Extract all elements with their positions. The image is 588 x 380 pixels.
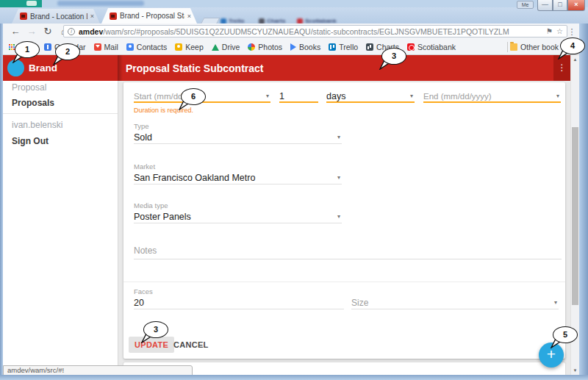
bookmark-scotiabank[interactable]: Scotiabank <box>407 43 456 51</box>
brand-favicon <box>110 12 117 20</box>
notes-field[interactable]: Notes <box>134 244 562 257</box>
mail-icon <box>94 43 101 51</box>
window-maximize-button[interactable]: □ <box>553 0 567 11</box>
duration-unit-value: days <box>326 91 345 101</box>
tab-strip: Brand - Location List - S × Brand - Prop… <box>0 7 588 24</box>
back-icon[interactable]: ← <box>9 24 22 40</box>
section-divider <box>123 282 565 282</box>
app-header: Brand Proposal Static Subcontract ⋮ <box>3 55 570 81</box>
tab-close-icon[interactable]: × <box>90 12 94 20</box>
window-border-bottom <box>0 375 588 380</box>
callout-number: 6 <box>181 88 206 105</box>
callout-4: 4 <box>560 37 585 54</box>
brand-favicon <box>20 12 27 20</box>
callout-5: 5 <box>553 326 578 343</box>
folder-icon <box>510 43 517 51</box>
bookmark-label: Scotiabank <box>417 43 456 51</box>
sidebar-item-proposal[interactable]: Proposal <box>12 82 46 93</box>
media-type-select[interactable]: Poster Panels ▾ <box>134 210 342 223</box>
other-bookmarks-button[interactable]: Other book <box>510 40 559 54</box>
other-bookmarks-label: Other book <box>520 43 559 51</box>
forward-icon[interactable]: → <box>25 24 38 40</box>
reload-icon[interactable]: ↻ <box>41 24 54 40</box>
trello-icon <box>329 43 336 51</box>
bookmark-label: Contacts <box>137 43 167 51</box>
background-window-logo <box>26 1 37 6</box>
tab-proposal-static-subcontract[interactable]: Brand - Proposal Static S × <box>101 8 197 24</box>
chevron-down-icon: ▾ <box>337 131 340 144</box>
page-info-icon[interactable]: i <box>68 28 75 35</box>
bookmark-trello[interactable]: Trello <box>329 43 358 51</box>
callout-number: 3 <box>381 48 406 65</box>
market-label: Market <box>134 162 155 171</box>
browser-toolbar: ← → ↻ ⌂ i amdev/wam/src/#proposals/5DUIS… <box>3 24 579 40</box>
scrollbar-thumb[interactable] <box>572 127 578 305</box>
window-border-right <box>579 24 588 380</box>
sidebar-item-proposals[interactable]: Proposals <box>12 98 54 108</box>
bookmark-label: Keep <box>185 43 204 51</box>
url-domain: amdev <box>79 27 103 36</box>
faces-field[interactable]: 20 <box>134 296 344 309</box>
bookmark-keep[interactable]: Keep <box>175 43 204 51</box>
bookmark-mail[interactable]: Mail <box>94 43 118 51</box>
callout-3-top: 3 <box>381 48 406 65</box>
address-bar[interactable]: i amdev/wam/src/#proposals/5DUISG1Q2ZUUD… <box>63 25 567 37</box>
sidebar-divider <box>3 113 118 114</box>
calendar-icon <box>44 43 51 51</box>
type-select[interactable]: Sold ▾ <box>134 131 342 144</box>
media-type-value: Poster Panels <box>134 212 191 222</box>
end-date-field[interactable]: End (mm/dd/yyyy) ▾ <box>423 90 561 103</box>
end-placeholder: End (mm/dd/yyyy) <box>423 92 492 101</box>
notes-underline <box>134 259 562 259</box>
bookmark-label: Trello <box>339 43 358 51</box>
contacts-icon <box>126 43 134 51</box>
bookmark-photos[interactable]: Photos <box>248 43 282 51</box>
scroll-up-icon[interactable]: ▲ <box>571 57 579 62</box>
tab-location-list[interactable]: Brand - Location List - S × <box>12 9 100 24</box>
chrome-profile-badge[interactable]: Me <box>517 1 534 9</box>
callout-number: 3 <box>143 321 168 338</box>
photos-icon <box>248 43 255 51</box>
bookmark-books[interactable]: Books <box>290 43 320 51</box>
screenshot-root: Brand - Location List - S × Brand - Prop… <box>0 0 588 380</box>
duration-field[interactable]: 1 <box>279 90 318 103</box>
notes-placeholder: Notes <box>134 245 157 256</box>
callout-6: 6 <box>181 88 206 105</box>
bookmark-label: Books <box>299 43 320 51</box>
callout-number: 1 <box>15 41 40 58</box>
charts-icon <box>366 43 373 51</box>
books-icon <box>290 43 296 51</box>
size-select[interactable]: Size ▾ <box>351 296 559 309</box>
window-close-button[interactable]: × <box>567 0 585 11</box>
page-title: Proposal Static Subcontract <box>126 62 263 74</box>
bookmark-label: Photos <box>258 43 282 51</box>
status-bar: amdev/wam/src/#! <box>3 365 193 376</box>
chevron-down-icon: ▾ <box>410 90 413 103</box>
bookmarks-separator <box>507 42 508 52</box>
background-window-url-blur <box>57 1 144 6</box>
market-value: San Francisco Oakland Metro <box>134 173 255 183</box>
duration-unit-select[interactable]: days ▾ <box>326 90 415 103</box>
cancel-button[interactable]: CANCEL <box>168 337 215 353</box>
drawer-edge-shadow <box>118 55 123 81</box>
window-minimize-button[interactable]: — <box>537 0 553 11</box>
type-label: Type <box>134 122 149 130</box>
callout-number: 5 <box>553 326 578 343</box>
window-border-left <box>0 24 3 380</box>
bookmark-contacts[interactable]: Contacts <box>126 43 167 51</box>
tab-close-icon[interactable]: × <box>187 12 191 20</box>
bookmark-star-icon[interactable]: ☆ <box>556 27 563 35</box>
faces-label: Faces <box>134 287 153 295</box>
bookmark-label: Mail <box>104 43 118 51</box>
scroll-down-icon[interactable]: ▼ <box>571 368 579 373</box>
chevron-down-icon: ▾ <box>337 171 340 184</box>
keep-icon <box>175 43 182 51</box>
sidebar-item-sign-out[interactable]: Sign Out <box>12 136 49 146</box>
market-select[interactable]: San Francisco Oakland Metro ▾ <box>134 171 342 184</box>
chevron-down-icon: ▾ <box>556 90 559 103</box>
tab-title: Brand - Location List - S <box>30 12 87 21</box>
pin-icon[interactable]: ⚑ <box>546 27 553 35</box>
duration-value: 1 <box>279 91 284 101</box>
chevron-down-icon: ▾ <box>554 296 557 309</box>
bookmark-drive[interactable]: Drive <box>212 43 240 51</box>
